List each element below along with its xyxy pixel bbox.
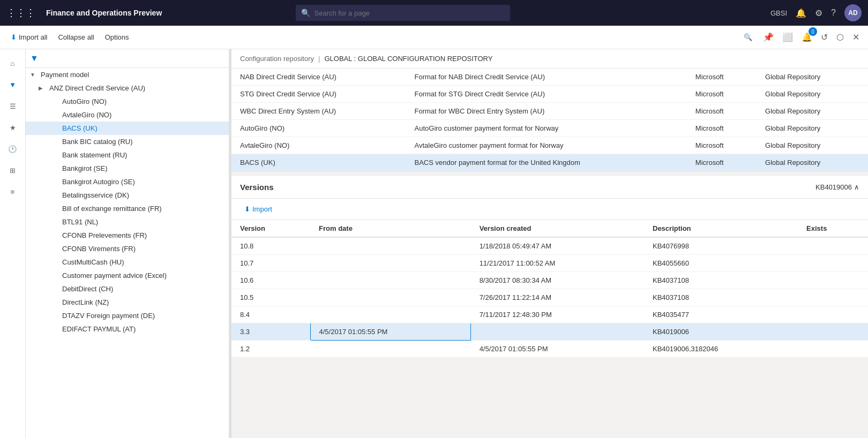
version-created-cell: 8/30/2017 08:30:34 AM <box>471 272 644 289</box>
tree-item-label: ANZ Direct Credit Service (AU) <box>49 84 145 92</box>
breadcrumb-bar: Configuration repository | GLOBAL : GLOB… <box>231 49 868 69</box>
menu-icon[interactable]: ≡ <box>3 182 23 201</box>
tree-item[interactable]: Bankgirot Autogiro (SE) <box>26 175 229 188</box>
tree-item[interactable]: Customer payment advice (Excel) <box>26 269 229 282</box>
tree-filter-icon[interactable]: ▼ <box>30 54 39 63</box>
versions-table-row[interactable]: 10.711/21/2017 11:00:52 AMKB4055660 <box>231 255 868 272</box>
versions-toolbar: ⬇ Import <box>231 199 868 220</box>
from-date-cell[interactable]: 4/5/2017 01:05:55 PM <box>310 323 471 341</box>
global-search-bar[interactable]: 🔍 <box>296 5 510 21</box>
exists-cell <box>798 255 868 272</box>
tree-item[interactable]: Bankgirot (SE) <box>26 162 229 175</box>
versions-table-row[interactable]: 1.24/5/2017 01:05:55 PMKB4019006,3182046 <box>231 341 868 358</box>
config-table-row[interactable]: AutoGiro (NO)AutoGiro customer payment f… <box>231 120 868 137</box>
notification-badge-icon[interactable]: 🔔 0 <box>799 30 814 44</box>
close-icon[interactable]: ✕ <box>850 30 862 44</box>
config-table-row[interactable]: WBC Direct Entry System (AU)Format for W… <box>231 103 868 120</box>
tree-item[interactable]: DirectLink (NZ) <box>26 296 229 309</box>
config-cell-repository: Global Repository <box>757 120 868 137</box>
import-all-icon: ⬇ <box>11 33 17 41</box>
tree-filter-row: ▼ <box>26 49 229 68</box>
from-date-cell <box>310 255 471 272</box>
exists-cell <box>798 289 868 306</box>
import-button[interactable]: ⬇ Import <box>240 203 276 215</box>
layout-icon[interactable]: ⬜ <box>780 30 795 44</box>
version-cell: 3.3 <box>231 323 310 341</box>
tree-item-label: Bill of exchange remittance (FR) <box>62 205 162 213</box>
tree-item-label: CFONB Prelevements (FR) <box>62 231 147 239</box>
tree-item[interactable]: BACS (UK) <box>26 122 229 135</box>
tree-item[interactable]: DebitDirect (CH) <box>26 282 229 296</box>
version-cell: 10.5 <box>231 289 310 306</box>
config-cell-name: BACS (UK) <box>231 154 406 171</box>
from-date-cell <box>310 272 471 289</box>
tree-root-item[interactable]: ▼ Payment model <box>26 68 229 81</box>
version-cell: 10.7 <box>231 255 310 272</box>
expand-icon[interactable]: ⬡ <box>834 30 846 44</box>
version-cell: 10.6 <box>231 272 310 289</box>
versions-table-row[interactable]: 8.47/11/2017 12:48:30 PMKB4035477 <box>231 306 868 323</box>
tree-items-container: ▶ANZ Direct Credit Service (AU)AutoGiro … <box>26 81 229 336</box>
workspace-icon[interactable]: ⊞ <box>3 161 23 180</box>
tree-item[interactable]: CFONB Virements (FR) <box>26 242 229 255</box>
description-cell: KB4037108 <box>644 289 798 306</box>
config-table-row[interactable]: BACS (UK)BACS vendor payment format for … <box>231 154 868 171</box>
config-table-row[interactable]: NAB Direct Credit Service (AU)Format for… <box>231 69 868 86</box>
tree-item[interactable]: CFONB Prelevements (FR) <box>26 229 229 242</box>
config-cell-description: Format for WBC Direct Entry System (AU) <box>406 103 687 120</box>
recent-icon[interactable]: 🕐 <box>3 139 23 158</box>
tree-item[interactable]: ▶ANZ Direct Credit Service (AU) <box>26 81 229 95</box>
search-input[interactable] <box>315 9 505 17</box>
version-created-cell <box>471 323 644 341</box>
tree-item[interactable]: CustMultiCash (HU) <box>26 255 229 269</box>
versions-table-row[interactable]: 10.57/26/2017 11:22:14 AMKB4037108 <box>231 289 868 306</box>
home-icon[interactable]: ⌂ <box>3 54 23 73</box>
tree-item[interactable]: Bank BIC catalog (RU) <box>26 135 229 148</box>
config-table-row[interactable]: STG Direct Credit Service (AU)Format for… <box>231 86 868 103</box>
tree-item[interactable]: AutoGiro (NO) <box>26 95 229 108</box>
pin-icon[interactable]: 📌 <box>761 30 776 44</box>
tree-item[interactable]: EDIFACT PAYMUL (AT) <box>26 322 229 336</box>
config-cell-name: AutoGiro (NO) <box>231 120 406 137</box>
col-exists: Exists <box>798 220 868 237</box>
config-table-row[interactable]: AvtaleGiro (NO)AvtaleGiro customer payme… <box>231 137 868 154</box>
main-toolbar: ⬇ Import all Collapse all Options 🔍 📌 ⬜ … <box>0 26 868 49</box>
sidebar-icon-panel: ⌂ ▼ ☰ ★ 🕐 ⊞ ≡ <box>0 49 26 438</box>
import-all-button[interactable]: ⬇ Import all <box>6 31 51 43</box>
tree-item[interactable]: BTL91 (NL) <box>26 215 229 229</box>
tree-item[interactable]: Bank statement (RU) <box>26 148 229 162</box>
description-cell: KB4019006 <box>644 323 798 341</box>
settings-icon[interactable]: ⚙ <box>815 8 822 18</box>
exists-cell <box>798 237 868 255</box>
config-cell-description: Format for NAB Direct Credit Service (AU… <box>406 69 687 86</box>
tree-item[interactable]: Bill of exchange remittance (FR) <box>26 202 229 215</box>
star-icon[interactable]: ★ <box>3 118 23 137</box>
waffle-icon[interactable]: ⋮⋮⋮ <box>6 7 35 19</box>
versions-collapse-icon[interactable]: ∧ <box>854 183 859 191</box>
collapse-all-button[interactable]: Collapse all <box>54 31 98 43</box>
versions-table-row[interactable]: 3.34/5/2017 01:05:55 PMKB4019006 <box>231 323 868 341</box>
notifications-icon[interactable]: 🔔 <box>796 8 806 18</box>
list-icon[interactable]: ☰ <box>3 96 23 116</box>
exists-cell <box>798 272 868 289</box>
filter-icon[interactable]: ▼ <box>3 75 23 94</box>
notification-count: 0 <box>809 27 817 36</box>
options-button[interactable]: Options <box>101 31 133 43</box>
toolbar-search-button[interactable]: 🔍 <box>739 31 757 43</box>
config-cell-name: AvtaleGiro (NO) <box>231 137 406 154</box>
tree-item-label: DirectLink (NZ) <box>62 298 109 306</box>
config-scroll[interactable]: NAB Direct Credit Service (AU)Format for… <box>231 69 868 171</box>
config-cell-repository: Global Repository <box>757 86 868 103</box>
tree-item[interactable]: DTAZV Foreign payment (DE) <box>26 309 229 322</box>
user-avatar[interactable]: AD <box>844 4 862 21</box>
from-date-cell <box>310 237 471 255</box>
tree-item-label: AutoGiro (NO) <box>62 97 107 105</box>
versions-table-row[interactable]: 10.68/30/2017 08:30:34 AMKB4037108 <box>231 272 868 289</box>
tree-item[interactable]: Betalingsservice (DK) <box>26 188 229 202</box>
tree-item[interactable]: AvtaleGiro (NO) <box>26 108 229 122</box>
versions-table-row[interactable]: 10.81/18/2018 05:49:47 AMKB4076998 <box>231 237 868 255</box>
versions-kb: KB4019006 ∧ <box>815 183 859 191</box>
help-icon[interactable]: ? <box>831 8 836 18</box>
search-icon: 🔍 <box>301 9 310 17</box>
refresh-icon[interactable]: ↺ <box>819 30 830 44</box>
